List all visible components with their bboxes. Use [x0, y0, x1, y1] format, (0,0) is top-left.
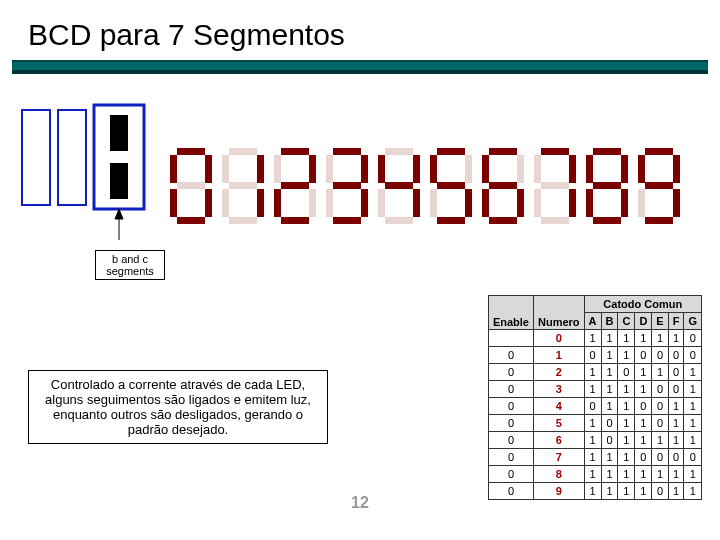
cell-bit: 0: [652, 347, 668, 364]
segment-a: [281, 148, 309, 155]
cell-bit: 0: [652, 415, 668, 432]
table-row: 040110011: [488, 398, 701, 415]
svg-rect-3: [110, 115, 128, 151]
segment-a: [593, 148, 621, 155]
segment-d: [489, 217, 517, 224]
cell-numero: 2: [533, 364, 584, 381]
segment-f: [534, 155, 541, 183]
digit-6: [482, 148, 524, 224]
segment-c: [309, 189, 316, 217]
cell-bit: 1: [618, 483, 635, 500]
segment-e: [378, 189, 385, 217]
cell-bit: 1: [684, 466, 702, 483]
segment-c: [517, 189, 524, 217]
cell-bit: 1: [601, 381, 618, 398]
cell-bit: 1: [668, 432, 684, 449]
cell-bit: 1: [618, 330, 635, 347]
segment-g: [177, 182, 205, 189]
cell-bit: 0: [652, 483, 668, 500]
cell-bit: 1: [584, 364, 601, 381]
segment-a: [489, 148, 517, 155]
cell-numero: 0: [533, 330, 584, 347]
segment-g: [333, 182, 361, 189]
segment-e: [222, 189, 229, 217]
segment-d: [645, 217, 673, 224]
segment-a: [385, 148, 413, 155]
segment-b: [465, 155, 472, 183]
cell-bit: 1: [601, 364, 618, 381]
cell-numero: 6: [533, 432, 584, 449]
cell-bit: 1: [618, 415, 635, 432]
segment-d: [177, 217, 205, 224]
segment-f: [170, 155, 177, 183]
segment-g: [281, 182, 309, 189]
segment-e: [430, 189, 437, 217]
th-col-E: E: [652, 313, 668, 330]
segment-f: [378, 155, 385, 183]
table-row: 061011111: [488, 432, 701, 449]
table-row: 010110000: [488, 347, 701, 364]
segment-d: [281, 217, 309, 224]
cell-bit: 1: [635, 330, 652, 347]
segment-a: [437, 148, 465, 155]
th-col-B: B: [601, 313, 618, 330]
cell-bit: 1: [652, 466, 668, 483]
cell-bit: 1: [584, 415, 601, 432]
segment-d: [541, 217, 569, 224]
digit-1: [222, 148, 264, 224]
svg-rect-0: [22, 110, 50, 205]
cell-bit: 0: [684, 347, 702, 364]
segment-d: [229, 217, 257, 224]
segment-d: [385, 217, 413, 224]
th-col-C: C: [618, 313, 635, 330]
cell-bit: 1: [684, 415, 702, 432]
cell-bit: 1: [652, 330, 668, 347]
cell-numero: 7: [533, 449, 584, 466]
segment-f: [430, 155, 437, 183]
segment-e: [326, 189, 333, 217]
cell-bit: 1: [635, 466, 652, 483]
segment-e: [482, 189, 489, 217]
segment-c: [465, 189, 472, 217]
cell-bit: 0: [668, 449, 684, 466]
cell-bit: 1: [601, 449, 618, 466]
cell-bit: 0: [584, 398, 601, 415]
segment-c: [257, 189, 264, 217]
cell-bit: 0: [584, 347, 601, 364]
cell-enable: 0: [488, 449, 533, 466]
digit-7: [534, 148, 576, 224]
digit-5: [430, 148, 472, 224]
cell-numero: 4: [533, 398, 584, 415]
cell-bit: 0: [668, 347, 684, 364]
cell-bit: 1: [584, 432, 601, 449]
cell-bit: 1: [601, 398, 618, 415]
segment-c: [361, 189, 368, 217]
segment-e: [638, 189, 645, 217]
cell-bit: 1: [652, 432, 668, 449]
cell-numero: 5: [533, 415, 584, 432]
cell-bit: 0: [618, 364, 635, 381]
segment-c: [413, 189, 420, 217]
digit-3: [326, 148, 368, 224]
cell-bit: 1: [601, 330, 618, 347]
segment-c: [673, 189, 680, 217]
cell-bit: 1: [668, 415, 684, 432]
th-numero: Numero: [533, 296, 584, 330]
segment-b: [413, 155, 420, 183]
segment-c: [569, 189, 576, 217]
cell-bit: 1: [635, 364, 652, 381]
cell-bit: 1: [652, 364, 668, 381]
segment-c: [205, 189, 212, 217]
cell-bit: 1: [601, 483, 618, 500]
table-row: 051011011: [488, 415, 701, 432]
segment-d: [593, 217, 621, 224]
table-row: 031111001: [488, 381, 701, 398]
cell-bit: 1: [584, 381, 601, 398]
th-col-G: G: [684, 313, 702, 330]
digit-8: [586, 148, 628, 224]
svg-rect-4: [110, 163, 128, 199]
segment-f: [586, 155, 593, 183]
cell-bit: 1: [601, 347, 618, 364]
segment-b: [361, 155, 368, 183]
table-row: 091111011: [488, 483, 701, 500]
